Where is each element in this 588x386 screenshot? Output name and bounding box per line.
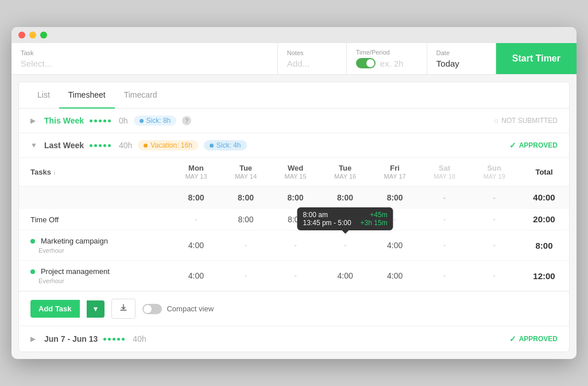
task-field[interactable]: Task Select... xyxy=(11,43,278,74)
sort-icon[interactable]: ↕ xyxy=(53,169,56,176)
minimize-button[interactable] xyxy=(29,32,36,38)
time-period-label: Time/Period xyxy=(356,49,417,56)
marketing-mon[interactable]: 4:00 xyxy=(171,230,221,261)
vacation-dot xyxy=(144,144,148,148)
project-mgmt-cell: Project management Everhour xyxy=(19,261,171,291)
jun-hours: 40h xyxy=(133,334,146,343)
vacation-label: Vacation: 16h xyxy=(150,141,192,149)
marketing-total: 8:00 xyxy=(519,230,569,261)
marketing-fri[interactable]: 4:00 xyxy=(370,230,420,261)
thu-day: Tue xyxy=(325,164,366,172)
sick-label: Sick: 8h xyxy=(146,117,171,125)
compact-toggle[interactable] xyxy=(142,304,162,314)
sun-date: MAY 19 xyxy=(483,173,505,180)
last-week-row[interactable]: ▼ Last Week 40h Vacation: 16h Sick: 4h ✓… xyxy=(19,133,569,158)
jun-row[interactable]: ▶ Jun 7 - Jun 13 40h ✓ APPROVED xyxy=(19,326,569,352)
total-wed: 8:00 xyxy=(270,187,320,209)
project-sat: - xyxy=(420,261,470,291)
time-off-thu[interactable]: 8:00 am +45m 13:45 pm - 5:00 +3h 15m xyxy=(320,209,370,230)
total-fri: 8:00 xyxy=(370,187,420,209)
time-off-sat: - xyxy=(420,209,470,230)
task-label: Task xyxy=(21,49,268,56)
time-off-cell: Time Off xyxy=(19,209,171,230)
time-period-field[interactable]: Time/Period ex. 2h xyxy=(347,43,427,74)
jun-label: Jun 7 - Jun 13 xyxy=(44,334,98,343)
marketing-sun: - xyxy=(469,230,519,261)
this-week-label: This Week xyxy=(44,116,84,125)
marketing-wed: - xyxy=(270,230,320,261)
timesheet-table: Tasks ↕ Mon MAY 13 Tue MAY 14 Wed MAY xyxy=(19,158,569,291)
tabs: List Timesheet Timecard xyxy=(19,82,569,109)
project-fri[interactable]: 4:00 xyxy=(370,261,420,291)
jun-chevron: ▶ xyxy=(30,335,38,343)
date-label: Date xyxy=(436,49,486,56)
download-icon xyxy=(119,303,128,312)
time-off-fri: - xyxy=(370,209,420,230)
download-button[interactable] xyxy=(111,299,136,319)
time-off-mon: - xyxy=(171,209,221,230)
tab-list[interactable]: List xyxy=(28,82,59,109)
total-sat: - xyxy=(420,187,470,209)
project-total: 12:00 xyxy=(519,261,569,291)
this-week-row[interactable]: ▶ This Week 0h Sick: 8h ? ○ NOT SUBMITTE… xyxy=(19,109,569,133)
not-submitted-label: NOT SUBMITTED xyxy=(501,117,558,125)
main-content: List Timesheet Timecard ▶ This Week 0h S… xyxy=(18,82,570,352)
date-field[interactable]: Date Today xyxy=(427,43,496,74)
tab-timesheet[interactable]: Timesheet xyxy=(59,82,115,109)
time-period-toggle[interactable] xyxy=(356,58,376,68)
time-off-total: 20:00 xyxy=(519,209,569,230)
time-off-row: Time Off - 8:00 8:00 8:00 am +45m xyxy=(19,209,569,230)
sat-day: Sat xyxy=(424,164,465,172)
project-wed: - xyxy=(270,261,320,291)
project-thu[interactable]: 4:00 xyxy=(320,261,370,291)
sat-date: MAY 18 xyxy=(434,173,455,180)
total-header: Total xyxy=(519,158,569,187)
time-off-tue[interactable]: 8:00 xyxy=(221,209,271,230)
timesheet-section: Tasks ↕ Mon MAY 13 Tue MAY 14 Wed MAY xyxy=(19,158,569,292)
total-sun: - xyxy=(469,187,519,209)
tue-date: MAY 14 xyxy=(235,173,257,180)
time-off-sun: - xyxy=(469,209,519,230)
close-button[interactable] xyxy=(18,32,25,38)
maximize-button[interactable] xyxy=(40,32,47,38)
notes-field[interactable]: Notes Add... xyxy=(278,43,347,74)
total-tue: 8:00 xyxy=(221,187,271,209)
add-task-row: Add Task ▼ Compact view xyxy=(19,292,569,326)
sun-header: Sun MAY 19 xyxy=(469,158,519,187)
time-period-placeholder: ex. 2h xyxy=(380,59,404,68)
mon-date: MAY 13 xyxy=(185,173,207,180)
add-task-dropdown[interactable]: ▼ xyxy=(87,300,105,318)
sun-day: Sun xyxy=(474,164,514,172)
this-week-hours: 0h xyxy=(119,116,128,125)
fri-header: Fri MAY 17 xyxy=(370,158,420,187)
compact-label: Compact view xyxy=(167,304,214,313)
marketing-sub: Everhour xyxy=(30,247,64,254)
time-off-wed[interactable]: 8:00 xyxy=(270,209,320,230)
start-timer-button[interactable]: Start Timer xyxy=(496,43,577,74)
titlebar xyxy=(11,27,577,43)
tab-timecard[interactable]: Timecard xyxy=(115,82,167,109)
add-task-button[interactable]: Add Task xyxy=(30,300,80,318)
thu-date: MAY 16 xyxy=(334,173,356,180)
vacation-pill: Vacation: 16h xyxy=(138,140,198,150)
marketing-sat: - xyxy=(420,230,470,261)
marketing-row: Marketing campaign Everhour 4:00 - - - 4… xyxy=(19,230,569,261)
tue-header: Tue MAY 14 xyxy=(221,158,271,187)
project-sun: - xyxy=(469,261,519,291)
this-week-sick-pill: Sick: 8h xyxy=(134,115,177,126)
project-mon[interactable]: 4:00 xyxy=(171,261,221,291)
thu-header: Tue MAY 16 xyxy=(320,158,370,187)
project-sub: Everhour xyxy=(30,277,64,284)
last-week-dots xyxy=(90,144,111,147)
top-bar: Task Select... Notes Add... Time/Period … xyxy=(11,43,577,75)
jun-status: ✓ APPROVED xyxy=(509,334,558,343)
time-off-name: Time Off xyxy=(30,215,59,224)
marketing-cell: Marketing campaign Everhour xyxy=(19,230,171,261)
sick-dot-last xyxy=(210,144,214,148)
totals-task-cell xyxy=(19,187,171,209)
totals-row: 8:00 8:00 8:00 8:00 8:00 - - 40:00 xyxy=(19,187,569,209)
question-icon[interactable]: ? xyxy=(182,116,191,125)
task-placeholder: Select... xyxy=(21,59,268,68)
sick-pill-last: Sick: 4h xyxy=(204,140,247,150)
total-mon: 8:00 xyxy=(171,187,221,209)
